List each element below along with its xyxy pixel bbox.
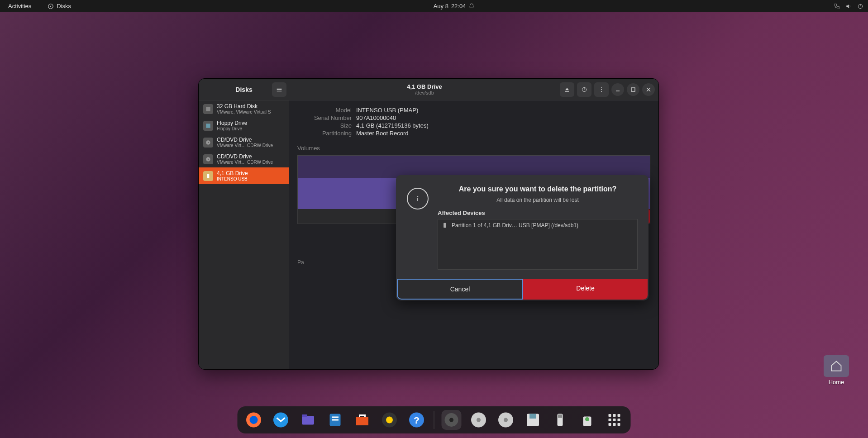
model-value: INTENSO USB (PMAP): [356, 107, 418, 114]
topbar-time[interactable]: 22:04: [451, 3, 466, 10]
svg-point-40: [477, 418, 481, 422]
desktop-home-label: Home: [829, 379, 844, 386]
volumes-header: Volumes: [297, 145, 650, 152]
svg-point-10: [601, 91, 602, 92]
dock-rhythmbox[interactable]: [380, 410, 400, 430]
power-icon[interactable]: [857, 3, 863, 10]
drive-details-panel: ModelINTENSO USB (PMAP) Serial Number907…: [289, 100, 658, 369]
notification-icon[interactable]: [468, 3, 475, 10]
dialog-title: Are you sure you want to delete the part…: [438, 185, 638, 193]
affected-devices-list: Partition 1 of 4,1 GB Driv… USB [PMAP] (…: [438, 219, 638, 270]
desktop-home-folder[interactable]: Home: [824, 355, 849, 386]
eject-icon: [563, 86, 571, 93]
dock-disks[interactable]: [442, 410, 462, 430]
cd-icon: [203, 138, 213, 148]
svg-point-34: [386, 417, 393, 424]
window-titlebar: Disks 4,1 GB Drive /dev/sdb: [199, 79, 658, 100]
activities-button[interactable]: Activities: [5, 1, 35, 11]
home-icon: [830, 360, 843, 372]
sidebar-drive-hdd[interactable]: 32 GB Hard DiskVMware, VMware Virtual S: [199, 100, 289, 117]
dock: ?: [238, 406, 631, 433]
eject-button[interactable]: [560, 82, 574, 97]
topbar-date[interactable]: Auy 8: [434, 3, 448, 10]
drive-list-sidebar: 32 GB Hard DiskVMware, VMware Virtual S …: [199, 100, 289, 369]
close-icon: [646, 87, 651, 92]
power-icon: [581, 86, 588, 93]
dock-thunderbird[interactable]: [271, 410, 291, 430]
network-icon[interactable]: [834, 3, 840, 10]
volume-icon[interactable]: [845, 3, 852, 10]
cd-icon: [203, 154, 213, 164]
svg-rect-12: [631, 88, 635, 91]
size-value: 4,1 GB (4127195136 bytes): [356, 122, 429, 129]
svg-point-42: [504, 418, 508, 422]
current-app-indicator[interactable]: Disks: [44, 1, 75, 11]
usb-icon: [203, 171, 213, 181]
dialog-subtitle: All data on the partition will be lost: [438, 197, 638, 203]
power-off-drive-button[interactable]: [577, 82, 591, 97]
window-title: 4,1 GB Drive: [407, 83, 442, 90]
affected-device-row: Partition 1 of 4,1 GB Driv… USB [PMAP] (…: [442, 222, 634, 229]
minimize-icon: [615, 87, 620, 92]
svg-point-18: [208, 158, 209, 159]
info-icon: [407, 188, 429, 209]
maximize-button[interactable]: [627, 83, 639, 96]
sidebar-drive-floppy[interactable]: Floppy DriveFloppy Drive: [199, 117, 289, 134]
svg-text:?: ?: [414, 415, 420, 425]
dock-app-grid[interactable]: [605, 410, 625, 430]
dock-files[interactable]: [298, 410, 318, 430]
dock-help[interactable]: ?: [407, 410, 427, 430]
svg-point-1: [50, 5, 51, 6]
svg-rect-32: [356, 417, 368, 425]
svg-rect-28: [302, 414, 307, 417]
svg-rect-2: [835, 4, 837, 6]
dock-cd-drive-1[interactable]: [469, 410, 489, 430]
svg-point-25: [250, 416, 258, 424]
svg-point-38: [449, 418, 453, 422]
svg-rect-44: [529, 414, 536, 419]
svg-point-26: [273, 413, 288, 428]
close-button[interactable]: [642, 83, 655, 96]
svg-point-8: [601, 87, 602, 88]
hamburger-menu-button[interactable]: [272, 82, 286, 97]
confirm-delete-dialog: Are you sure you want to delete the part…: [396, 175, 649, 300]
affected-devices-header: Affected Devices: [438, 209, 638, 216]
hdd-icon: [203, 104, 213, 114]
dock-cd-drive-2[interactable]: [496, 410, 516, 430]
dock-software[interactable]: [353, 410, 372, 430]
serial-label: Serial Number: [297, 114, 356, 121]
sidebar-drive-cd2[interactable]: CD/DVD DriveVMware Virt… CDRW Drive: [199, 151, 289, 167]
partitioning-value: Master Boot Record: [356, 130, 409, 137]
size-label: Size: [297, 122, 356, 129]
svg-rect-30: [332, 417, 339, 418]
svg-point-16: [208, 142, 209, 143]
svg-point-48: [585, 417, 589, 421]
top-bar: Activities Disks Auy 8 22:04: [0, 0, 868, 12]
partitioning-label: Partitioning: [297, 130, 356, 137]
drive-menu-button[interactable]: [594, 82, 609, 97]
disks-window: Disks 4,1 GB Drive /dev/sdb 32 GB Hard D…: [198, 78, 659, 370]
affected-device-text: Partition 1 of 4,1 GB Driv… USB [PMAP] (…: [452, 222, 578, 229]
svg-rect-23: [444, 223, 446, 228]
dock-floppy[interactable]: [523, 410, 543, 430]
dock-usb-drive[interactable]: [550, 410, 570, 430]
dock-trash[interactable]: [577, 410, 597, 430]
dock-writer[interactable]: [325, 410, 345, 430]
svg-rect-13: [206, 107, 210, 111]
model-label: Model: [297, 107, 356, 114]
dock-separator: [434, 411, 434, 429]
minimize-button[interactable]: [611, 83, 624, 96]
svg-rect-3: [837, 6, 839, 9]
cancel-button[interactable]: Cancel: [397, 279, 523, 300]
serial-value: 907A10000040: [356, 114, 396, 121]
sidebar-drive-usb[interactable]: 4,1 GB DriveINTENSO USB: [199, 167, 289, 184]
app-title: Disks: [235, 86, 252, 93]
dock-firefox[interactable]: [244, 410, 264, 430]
floppy-icon: [203, 121, 213, 131]
current-app-name: Disks: [57, 3, 71, 10]
maximize-icon: [630, 87, 636, 92]
delete-button[interactable]: Delete: [523, 279, 648, 300]
disks-app-icon: [48, 3, 54, 10]
sidebar-drive-cd1[interactable]: CD/DVD DriveVMware Virt… CDRW Drive: [199, 134, 289, 151]
svg-rect-22: [417, 198, 418, 201]
